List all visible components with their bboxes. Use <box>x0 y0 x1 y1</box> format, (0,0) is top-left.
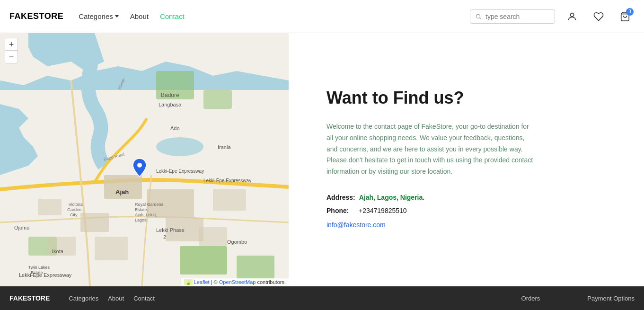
header: FAKESTORE Categories About Contact <box>0 0 644 33</box>
footer-nav: Categories About Contact <box>69 295 155 302</box>
attribution-suffix: contributors. <box>257 279 286 285</box>
osm-link[interactable]: OpenStreetMap <box>219 279 256 285</box>
svg-rect-19 <box>213 189 246 211</box>
footer-nav-contact[interactable]: Contact <box>133 295 155 302</box>
logo[interactable]: FAKESTORE <box>9 11 63 21</box>
wishlist-icon-button[interactable] <box>589 7 608 26</box>
svg-text:Ogombo: Ogombo <box>227 239 247 245</box>
nav-categories[interactable]: Categories <box>79 12 119 20</box>
svg-text:Lekki-Epe Expressway: Lekki-Epe Expressway <box>156 168 204 174</box>
svg-text:Lekki Phase: Lekki Phase <box>156 227 185 233</box>
info-title: Want to Find us? <box>326 88 535 108</box>
footer-orders: Orders <box>521 295 540 302</box>
leaflet-link[interactable]: Leaflet <box>194 279 210 285</box>
map-svg: Badore Langbasa Ado Iranla Ajah Lekki-Ep… <box>0 33 289 286</box>
cart-icon-button[interactable]: 3 <box>616 7 635 26</box>
map-area: Badore Langbasa Ado Iranla Ajah Lekki-Ep… <box>0 33 289 286</box>
svg-point-50 <box>137 163 142 168</box>
svg-text:Twin Lakes: Twin Lakes <box>28 265 50 270</box>
user-icon-button[interactable] <box>563 7 582 26</box>
search-input[interactable] <box>485 13 550 20</box>
svg-text:Ajah: Ajah <box>115 188 129 195</box>
address-row: Address: Ajah, Lagos, Nigeria. <box>326 191 535 204</box>
svg-text:Lagos.: Lagos. <box>135 218 148 222</box>
zoom-in-button[interactable]: + <box>5 38 18 51</box>
address-value: Ajah, Lagos, Nigeria. <box>359 191 424 204</box>
search-icon <box>475 13 482 20</box>
svg-text:Badore: Badore <box>161 92 179 98</box>
svg-rect-11 <box>203 90 232 109</box>
heart-icon <box>593 11 604 22</box>
footer: FAKESTORE Categories About Contact Order… <box>0 286 644 310</box>
info-contact: Address: Ajah, Lagos, Nigeria. Phone: +2… <box>326 191 535 231</box>
info-description: Welcome to the contact page of FakeStore… <box>326 121 535 177</box>
svg-text:Lekki-Epe Expressway: Lekki-Epe Expressway <box>203 178 251 183</box>
svg-point-9 <box>156 137 203 156</box>
phone-label: Phone: <box>326 204 355 217</box>
footer-logo: FAKESTORE <box>9 294 50 302</box>
svg-text:Ojomu: Ojomu <box>14 225 29 230</box>
footer-payment: Payment Options <box>587 295 635 302</box>
svg-text:City: City <box>70 213 78 217</box>
zoom-out-button[interactable]: − <box>5 51 18 63</box>
info-area: Want to Find us? Welcome to the contact … <box>289 33 644 286</box>
svg-text:Garden: Garden <box>67 207 81 212</box>
nav-contact[interactable]: Contact <box>160 12 185 20</box>
phone-row: Phone: +234719825510 <box>326 204 535 217</box>
footer-nav-categories[interactable]: Categories <box>69 295 98 302</box>
nav-about[interactable]: About <box>130 12 149 20</box>
svg-text:Ado: Ado <box>170 125 180 131</box>
header-right: 3 <box>470 7 635 26</box>
svg-text:Estate,: Estate, <box>135 207 148 212</box>
header-left: FAKESTORE Categories About Contact <box>9 11 185 21</box>
user-icon <box>567 11 577 22</box>
svg-rect-20 <box>38 199 62 215</box>
svg-text:2: 2 <box>163 234 166 240</box>
leaflet-map[interactable]: Badore Langbasa Ado Iranla Ajah Lekki-Ep… <box>0 33 289 286</box>
map-zoom-controls: + − <box>5 38 18 63</box>
phone-value: +234719825510 <box>359 204 407 217</box>
search-box[interactable] <box>470 9 555 24</box>
main-content: Badore Langbasa Ado Iranla Ajah Lekki-Ep… <box>0 33 644 286</box>
svg-point-0 <box>476 14 480 18</box>
footer-sections: Orders Payment Options <box>521 295 635 302</box>
map-attribution: 🍃 Leaflet | © OpenStreetMap contributors… <box>181 278 289 286</box>
svg-rect-22 <box>95 237 128 260</box>
address-label: Address: <box>326 191 355 204</box>
svg-text:Victoria: Victoria <box>69 202 83 207</box>
svg-text:Ikota: Ikota <box>52 248 64 254</box>
footer-nav-about[interactable]: About <box>108 295 124 302</box>
svg-text:Langbasa: Langbasa <box>159 102 182 107</box>
svg-rect-13 <box>237 256 274 279</box>
main-nav: Categories About Contact <box>79 12 184 20</box>
info-content: Want to Find us? Welcome to the contact … <box>326 88 535 231</box>
chevron-down-icon <box>115 15 119 18</box>
svg-rect-12 <box>180 246 227 275</box>
svg-line-1 <box>480 18 481 19</box>
cart-badge: 3 <box>626 8 634 16</box>
svg-text:Royal Gardens: Royal Gardens <box>135 202 164 207</box>
svg-rect-17 <box>80 213 109 232</box>
svg-text:Lekki-Epe Expressway: Lekki-Epe Expressway <box>19 272 72 278</box>
svg-text:Ajah, Lekki,: Ajah, Lekki, <box>135 213 157 217</box>
svg-rect-23 <box>199 227 227 246</box>
email-link[interactable]: info@fakestore.com <box>326 218 535 231</box>
svg-point-2 <box>570 13 573 16</box>
svg-text:Estate: Estate <box>31 270 43 275</box>
svg-text:Iranla: Iranla <box>218 144 231 150</box>
